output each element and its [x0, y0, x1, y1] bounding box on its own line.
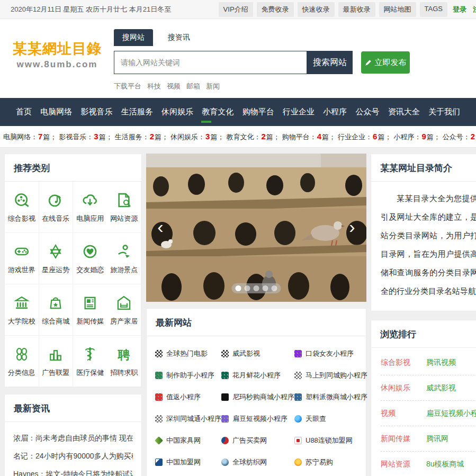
- carousel-dot[interactable]: [245, 285, 250, 291]
- site-link[interactable]: U88连锁加盟网: [294, 429, 367, 451]
- category-cell[interactable]: 综合影视: [5, 182, 39, 233]
- topbar-links: VIP介绍免费收录快速收录最新收录网站地图TAGS 登录注册: [219, 2, 476, 17]
- carousel-prev-arrow[interactable]: ‹: [154, 216, 167, 239]
- topbar-link[interactable]: TAGS: [420, 2, 447, 17]
- nav-item[interactable]: 关于我们: [427, 98, 461, 126]
- tab-search-sites[interactable]: 搜网站: [114, 29, 153, 46]
- ranking-site-link[interactable]: 8u模板商城: [426, 460, 464, 469]
- topbar-link[interactable]: 快速收录: [298, 2, 335, 17]
- category-cell[interactable]: 旅游景点: [107, 233, 142, 284]
- site-link[interactable]: 制作助手小程序: [155, 364, 221, 386]
- nav-item[interactable]: 购物平台: [241, 98, 275, 126]
- site-link[interactable]: 马上到同城购小程序: [294, 364, 367, 386]
- site-link[interactable]: 尼玛秒购商城小程序: [221, 386, 294, 408]
- tab-search-news[interactable]: 搜资讯: [159, 29, 199, 46]
- site-link[interactable]: 值返小程序: [155, 386, 221, 408]
- ranking-site-link[interactable]: 腾讯视频: [426, 358, 456, 367]
- topbar-link[interactable]: 最新收录: [338, 2, 375, 17]
- category-stat: 休闲娱乐：3篇；: [170, 132, 224, 142]
- topbar-link[interactable]: 网站地图: [379, 2, 416, 17]
- category-cell[interactable]: 医疗保健: [73, 336, 107, 387]
- site-link[interactable]: 广告买卖网: [221, 429, 294, 451]
- auth-link[interactable]: 注册: [471, 2, 476, 17]
- left-column: 推荐类别 综合影视 在线音乐 电脑应用: [4, 154, 142, 476]
- category-cell[interactable]: 分类信息: [5, 336, 39, 387]
- category-stat: 购物平台：4篇；: [282, 132, 336, 142]
- nav-item[interactable]: 首页: [15, 98, 33, 126]
- site-favicon: [221, 350, 229, 357]
- carousel-dot[interactable]: [254, 285, 259, 291]
- site-favicon: [294, 459, 302, 466]
- category-cell[interactable]: 房产家居: [107, 284, 142, 336]
- category-cell[interactable]: 大学院校: [5, 284, 39, 336]
- news-item[interactable]: 浓眉：尚未考虑自由球员的事情 现在专注...: [13, 425, 133, 443]
- site-favicon: [294, 393, 302, 401]
- topbar-link[interactable]: 免费收录: [257, 2, 294, 17]
- nav-item[interactable]: 休闲娱乐: [160, 98, 194, 126]
- site-link[interactable]: 天眼查: [294, 408, 367, 429]
- ranking-site-link[interactable]: 腾讯网: [426, 434, 448, 444]
- nav-item[interactable]: 行业企业: [282, 98, 316, 126]
- site-logo[interactable]: 某某網址目錄 www.8umb.com: [10, 39, 105, 70]
- ranking-row[interactable]: 综合影视 腾讯视频: [381, 350, 476, 375]
- site-link[interactable]: 口袋女友小程序: [294, 343, 367, 364]
- hot-word-link[interactable]: 邮箱: [186, 82, 200, 91]
- ranking-site-link[interactable]: 扁豆短视频小程序: [426, 409, 476, 418]
- carousel-next-arrow[interactable]: ›: [345, 216, 359, 239]
- category-cell[interactable]: 网站资源: [107, 182, 142, 233]
- category-cell[interactable]: 招聘求职: [107, 336, 142, 387]
- category-cell[interactable]: 在线音乐: [39, 182, 74, 233]
- category-stat: 电脑网络：7篇；: [3, 132, 57, 142]
- news-item[interactable]: 名记：24小时内有90000多人为购买科比追...: [13, 443, 133, 461]
- carousel-dot[interactable]: [236, 285, 241, 291]
- category-cell[interactable]: 电脑应用: [73, 182, 107, 233]
- topbar-link[interactable]: VIP介绍: [219, 2, 253, 17]
- site-link[interactable]: 中国加盟网: [155, 451, 221, 473]
- site-link[interactable]: 中国家具网: [155, 429, 221, 451]
- nav-item[interactable]: 影视音乐: [80, 98, 114, 126]
- nav-item[interactable]: 小程序: [322, 98, 348, 126]
- site-link[interactable]: 威武影视: [221, 343, 294, 364]
- category-cell[interactable]: 星座运势: [39, 233, 74, 284]
- carousel-dot[interactable]: [272, 285, 277, 291]
- ranking-row[interactable]: 视频 扁豆短视频小程序: [381, 401, 476, 426]
- news-item[interactable]: Haynes：埃文-特纳今日将为快船试训: [13, 461, 133, 476]
- ranking-row[interactable]: 网站资源 8u模板商城: [381, 452, 476, 476]
- site-link[interactable]: 花月鲜花小程序: [221, 364, 294, 386]
- nav-item[interactable]: 公众号: [354, 98, 380, 126]
- site-name: 中国加盟网: [166, 457, 201, 467]
- nav-item[interactable]: 电脑网络: [39, 98, 73, 126]
- hot-word-link[interactable]: 科技: [147, 82, 161, 91]
- site-link[interactable]: 全球纺织网: [221, 451, 294, 473]
- hot-words: 下载平台科技视频邮箱新闻: [114, 82, 410, 91]
- category-cell[interactable]: 综合商城: [39, 284, 74, 336]
- hot-word-link[interactable]: 新闻: [206, 82, 220, 91]
- category-cell[interactable]: 新闻传媒: [73, 284, 107, 336]
- ranking-row[interactable]: 休闲娱乐 威武影视: [381, 375, 476, 401]
- auth-link[interactable]: 登录: [451, 2, 468, 17]
- site-link[interactable]: 深圳同城通小程序: [155, 408, 221, 429]
- hot-word-link[interactable]: 视频: [167, 82, 181, 91]
- nav-item[interactable]: 资讯大全: [387, 98, 421, 126]
- carousel-dot[interactable]: [263, 285, 268, 291]
- site-link[interactable]: 全球热门电影: [155, 343, 221, 364]
- category-cell[interactable]: 游戏世界: [5, 233, 39, 284]
- search-button[interactable]: 搜索网站: [307, 51, 353, 74]
- category-cell[interactable]: 交友婚恋: [73, 233, 107, 284]
- search-input[interactable]: [114, 51, 307, 74]
- publish-button[interactable]: 立即发布: [361, 51, 410, 74]
- nav-item[interactable]: 教育文化: [201, 98, 235, 126]
- site-name: 口袋女友小程序: [306, 349, 354, 358]
- ranking-row[interactable]: 新闻传媒 腾讯网: [381, 426, 476, 452]
- category-label: 综合商城: [42, 317, 69, 326]
- site-link[interactable]: 苏宁易购: [294, 451, 367, 473]
- site-link[interactable]: 塑料派微商城小程序: [294, 386, 367, 408]
- site-link[interactable]: 扁豆短视频小程序: [221, 408, 294, 429]
- main-content: 推荐类别 综合影视 在线音乐 电脑应用: [0, 148, 476, 476]
- nav-item[interactable]: 生活服务: [120, 98, 154, 126]
- carousel[interactable]: ‹ ›: [146, 154, 366, 302]
- search-area: 搜网站 搜资讯 搜索网站 立即发布 下载平台科技视频邮箱新闻: [114, 29, 410, 91]
- hot-word-link[interactable]: 下载平台: [114, 82, 141, 91]
- ranking-site-link[interactable]: 威武影视: [426, 383, 456, 393]
- category-cell[interactable]: 广告联盟: [39, 336, 74, 387]
